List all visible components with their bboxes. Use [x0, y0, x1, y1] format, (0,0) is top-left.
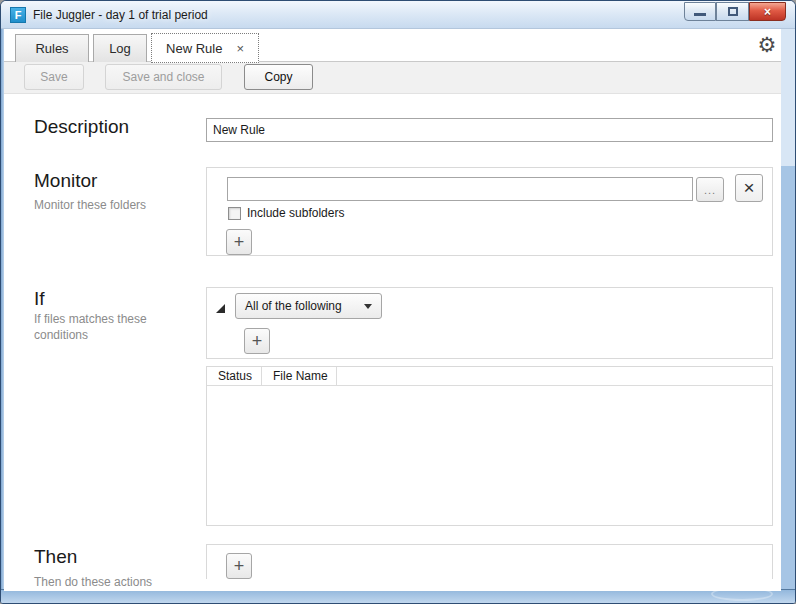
- tab-rules[interactable]: Rules: [15, 34, 89, 62]
- tab-log-label: Log: [109, 41, 131, 56]
- expander-icon[interactable]: [215, 303, 226, 314]
- if-subtitle: If files matches these conditions: [34, 311, 194, 343]
- gear-icon[interactable]: ⚙: [755, 33, 779, 57]
- remove-folder-button[interactable]: ×: [735, 174, 763, 202]
- then-box: +: [206, 544, 773, 579]
- plus-icon: +: [234, 557, 245, 575]
- monitor-heading: Monitor: [34, 169, 97, 193]
- if-heading: If: [34, 287, 45, 311]
- close-window-button[interactable]: ×: [749, 2, 786, 21]
- tab-new-rule[interactable]: New Rule ×: [151, 33, 259, 63]
- then-heading: Then: [34, 545, 77, 569]
- window-title: File Juggler - day 1 of trial period: [33, 8, 208, 22]
- description-input[interactable]: [206, 118, 773, 142]
- plus-icon: +: [234, 233, 245, 251]
- tab-log[interactable]: Log: [93, 34, 147, 62]
- description-heading: Description: [34, 115, 129, 139]
- maximize-button[interactable]: [716, 2, 749, 21]
- close-window-icon: ×: [764, 5, 771, 19]
- include-subfolders-checkbox[interactable]: [228, 207, 241, 220]
- app-window: F File Juggler - day 1 of trial period ×…: [0, 0, 796, 604]
- conditions-table-header: Status File Name: [207, 367, 772, 386]
- save-button[interactable]: Save: [24, 64, 84, 90]
- tab-new-rule-label: New Rule: [166, 41, 222, 56]
- conditions-table: Status File Name: [206, 366, 773, 526]
- monitor-subtitle: Monitor these folders: [34, 197, 146, 213]
- client-area: Rules Log New Rule × ⚙ Save Save and clo…: [4, 29, 781, 591]
- plus-icon: +: [252, 332, 263, 350]
- if-box: All of the following +: [206, 287, 773, 359]
- titlebar[interactable]: F File Juggler - day 1 of trial period ×: [1, 1, 795, 29]
- add-action-button[interactable]: +: [226, 553, 252, 579]
- maximize-icon: [728, 7, 738, 16]
- column-header-file-name[interactable]: File Name: [262, 367, 337, 386]
- monitor-box: ... × Include subfolders +: [206, 167, 773, 256]
- include-subfolders-label[interactable]: Include subfolders: [247, 206, 344, 220]
- tab-rules-label: Rules: [35, 41, 68, 56]
- chevron-down-icon: [364, 304, 372, 309]
- toolbar: Save Save and close Copy: [4, 62, 781, 94]
- tab-close-icon[interactable]: ×: [236, 42, 244, 55]
- window-frame-bottom: [1, 589, 795, 603]
- minimize-button[interactable]: [684, 2, 716, 21]
- copy-button[interactable]: Copy: [244, 64, 313, 90]
- minimize-icon: [694, 13, 706, 16]
- browse-folder-button[interactable]: ...: [696, 177, 724, 202]
- tab-strip: Rules Log New Rule × ⚙: [4, 29, 781, 62]
- column-header-status[interactable]: Status: [207, 367, 262, 386]
- match-mode-value: All of the following: [245, 299, 342, 313]
- save-and-close-button[interactable]: Save and close: [105, 64, 222, 90]
- add-condition-button[interactable]: +: [244, 328, 270, 354]
- add-folder-button[interactable]: +: [226, 229, 252, 255]
- app-icon: F: [10, 7, 26, 23]
- folder-path-input[interactable]: [227, 177, 693, 201]
- match-mode-dropdown[interactable]: All of the following: [235, 293, 382, 319]
- then-subtitle: Then do these actions: [34, 574, 152, 590]
